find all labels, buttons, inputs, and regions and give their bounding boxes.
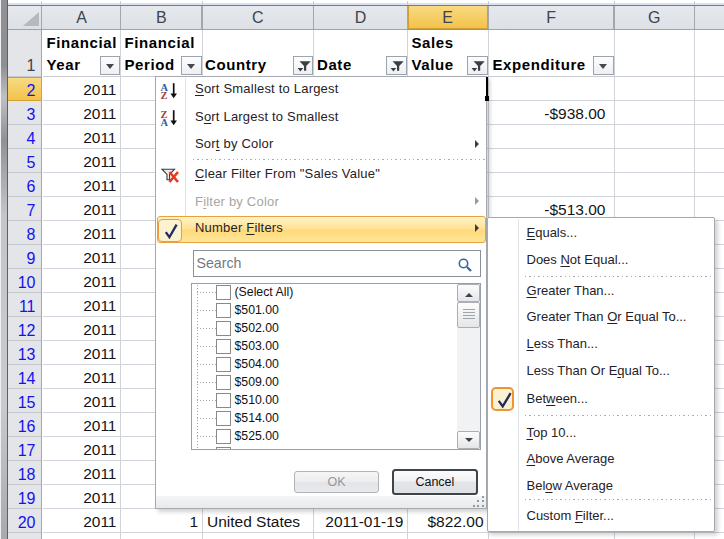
svg-text:Z: Z — [161, 90, 168, 99]
svg-text:A: A — [161, 116, 169, 125]
